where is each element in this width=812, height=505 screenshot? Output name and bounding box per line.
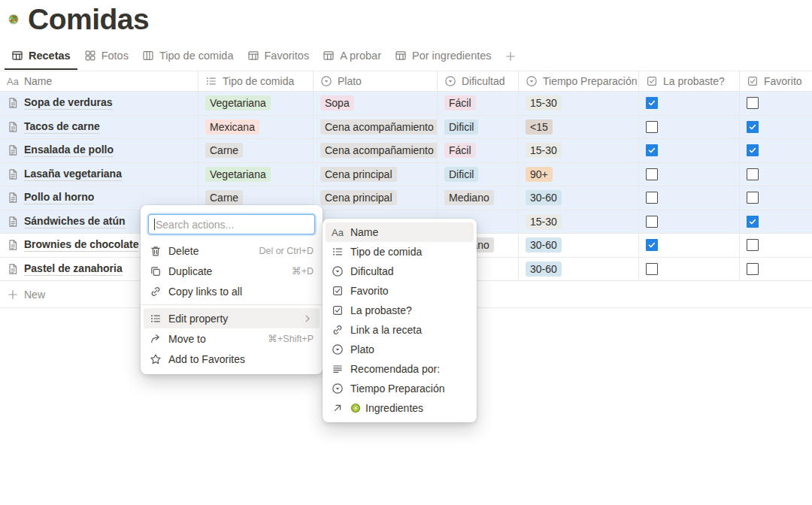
property-item-link-a-la-receta[interactable]: Link a la receta xyxy=(326,320,474,340)
property-item-plato[interactable]: Plato xyxy=(326,340,474,359)
checkbox-la-probaste[interactable] xyxy=(646,263,658,275)
cell-tiempo-preparacion[interactable]: 30-60 xyxy=(519,258,639,281)
tag-dificultad[interactable]: Dificil xyxy=(444,167,478,182)
menu-item-copy-links-to-all[interactable]: Copy links to all xyxy=(144,281,320,301)
tag-tiempo-preparacion[interactable]: 90+ xyxy=(526,167,553,182)
cell-plato[interactable]: Cena principal xyxy=(314,163,438,186)
tag-tiempo-preparacion[interactable]: 30-60 xyxy=(526,262,562,277)
cell-tipo-de-comida[interactable]: Vegetariana xyxy=(198,163,314,186)
cell-plato[interactable]: Cena acompañamiento xyxy=(314,139,438,162)
row-title[interactable]: Pollo al horno xyxy=(24,191,94,204)
tag-plato[interactable]: Cena principal xyxy=(320,167,397,182)
cell-name[interactable]: Ensalada de pollo xyxy=(0,139,198,162)
tag-tipo-de-comida[interactable]: Mexicana xyxy=(205,119,259,135)
checkbox-la-probaste[interactable] xyxy=(646,121,658,133)
checkbox-la-probaste[interactable] xyxy=(646,97,658,109)
checkbox-favorito[interactable] xyxy=(747,144,759,156)
tag-tipo-de-comida[interactable]: Vegetariana xyxy=(205,95,271,110)
cell-tipo-de-comida[interactable]: Mexicana xyxy=(198,116,314,139)
property-item-recomendada-por-[interactable]: Recomendada por: xyxy=(326,359,474,379)
tag-tiempo-preparacion[interactable]: 30-60 xyxy=(526,237,562,252)
row-title[interactable]: Sándwiches de atún xyxy=(24,215,126,228)
column-header-la-probaste-[interactable]: La probaste? xyxy=(639,71,740,91)
row-title[interactable]: Brownies de chocolate xyxy=(24,238,138,252)
cell-tiempo-preparacion[interactable]: 30-60 xyxy=(519,234,639,257)
tab-favoritos[interactable]: Favoritos xyxy=(241,42,317,70)
row-title[interactable]: Sopa de verduras xyxy=(24,96,113,110)
checkbox-favorito[interactable] xyxy=(747,97,759,109)
tag-tiempo-preparacion[interactable]: 30-60 xyxy=(526,190,562,205)
checkbox-la-probaste[interactable] xyxy=(646,168,658,180)
tag-dificultad[interactable]: Mediano xyxy=(444,190,494,205)
checkbox-favorito[interactable] xyxy=(747,216,759,228)
tag-tiempo-preparacion[interactable]: <15 xyxy=(526,119,553,135)
tag-tipo-de-comida[interactable]: Carne xyxy=(205,143,243,158)
menu-item-edit-property[interactable]: Edit property xyxy=(144,308,320,328)
property-item-dificultad[interactable]: Dificultad xyxy=(326,262,474,281)
property-item-favorito[interactable]: Favorito xyxy=(326,281,474,301)
checkbox-favorito[interactable] xyxy=(747,239,759,251)
cell-dificultad[interactable]: Dificil xyxy=(438,163,519,186)
cell-tiempo-preparacion[interactable]: 15-30 xyxy=(519,139,639,162)
tab-fotos[interactable]: Fotos xyxy=(77,42,135,70)
checkbox-favorito[interactable] xyxy=(747,121,759,133)
tag-plato[interactable]: Cena acompañamiento xyxy=(320,119,438,135)
cell-name[interactable]: Sopa de verduras xyxy=(0,92,198,115)
tab-tipo-de-comida[interactable]: Tipo de comida xyxy=(135,42,241,70)
cell-tiempo-preparacion[interactable]: 15-30 xyxy=(519,92,639,115)
cell-name[interactable]: Tacos de carne xyxy=(0,116,198,139)
cell-dificultad[interactable]: Dificil xyxy=(438,116,519,139)
cell-dificultad[interactable]: Fácil xyxy=(438,139,519,162)
tag-plato[interactable]: Sopa xyxy=(320,95,354,110)
column-header-dificultad[interactable]: Dificultad xyxy=(438,71,519,91)
menu-item-duplicate[interactable]: Duplicate⌘+D xyxy=(144,261,320,281)
cell-dificultad[interactable]: Fácil xyxy=(438,92,519,115)
checkbox-la-probaste[interactable] xyxy=(646,144,658,156)
row-title[interactable]: Tacos de carne xyxy=(24,120,100,134)
checkbox-la-probaste[interactable] xyxy=(646,192,658,204)
cell-tipo-de-comida[interactable]: Carne xyxy=(198,139,314,162)
tab-a-probar[interactable]: A probar xyxy=(316,42,388,70)
tab-recetas[interactable]: Recetas xyxy=(5,42,77,70)
cell-name[interactable]: Lasaña vegetariana xyxy=(0,163,198,186)
checkbox-la-probaste[interactable] xyxy=(646,239,658,251)
property-item-tiempo-preparaci-n[interactable]: Tiempo Preparación xyxy=(326,379,474,398)
checkbox-la-probaste[interactable] xyxy=(646,216,658,228)
tag-tiempo-preparacion[interactable]: 15-30 xyxy=(526,143,562,158)
column-header-plato[interactable]: Plato xyxy=(314,71,438,91)
row-title[interactable]: Pastel de zanahoria xyxy=(24,262,123,276)
tag-plato[interactable]: Cena principal xyxy=(320,190,397,205)
tag-tipo-de-comida[interactable]: Carne xyxy=(205,190,243,205)
property-item-tipo-de-comida[interactable]: Tipo de comida xyxy=(326,242,474,262)
property-item-ingredientes[interactable]: Ingredientes xyxy=(326,398,474,418)
checkbox-favorito[interactable] xyxy=(747,263,759,275)
row-title[interactable]: Ensalada de pollo xyxy=(24,144,114,157)
property-item-la-probaste-[interactable]: La probaste? xyxy=(326,301,474,320)
menu-item-move-to[interactable]: Move to⌘+Shift+P xyxy=(144,328,320,349)
cell-tipo-de-comida[interactable]: Vegetariana xyxy=(198,92,314,115)
property-item-name[interactable]: AaName xyxy=(326,222,474,242)
tab-por-ingredientes[interactable]: Por ingredientes xyxy=(388,42,498,70)
cell-plato[interactable]: Cena principal xyxy=(314,186,438,210)
cell-plato[interactable]: Sopa xyxy=(314,92,438,115)
cell-tiempo-preparacion[interactable]: <15 xyxy=(519,116,639,139)
tag-dificultad[interactable]: Dificil xyxy=(444,119,478,135)
tag-plato[interactable]: Cena acompañamiento xyxy=(320,143,438,158)
cell-dificultad[interactable]: Mediano xyxy=(438,186,519,210)
cell-tiempo-preparacion[interactable]: 30-60 xyxy=(519,186,639,210)
column-header-tiempo-preparaci-n[interactable]: Tiempo Preparación xyxy=(519,71,639,91)
tag-tipo-de-comida[interactable]: Vegetariana xyxy=(205,167,271,182)
tag-tiempo-preparacion[interactable]: 15-30 xyxy=(526,214,562,229)
column-header-tipo-de-comida[interactable]: Tipo de comida xyxy=(198,71,314,91)
cell-tiempo-preparacion[interactable]: 15-30 xyxy=(519,210,639,234)
tag-dificultad[interactable]: Fácil xyxy=(444,143,476,158)
row-title[interactable]: Lasaña vegetariana xyxy=(24,168,122,181)
menu-item-delete[interactable]: DeleteDel or Ctrl+D xyxy=(144,240,320,261)
menu-item-add-to-favorites[interactable]: Add to Favorites xyxy=(144,349,320,369)
column-header-favorito[interactable]: Favorito xyxy=(740,71,812,91)
search-actions-input[interactable]: Search actions... xyxy=(148,214,315,234)
column-header-name[interactable]: AaName xyxy=(0,71,198,91)
checkbox-favorito[interactable] xyxy=(747,192,759,204)
checkbox-favorito[interactable] xyxy=(747,168,759,180)
add-view-button[interactable] xyxy=(498,42,523,70)
